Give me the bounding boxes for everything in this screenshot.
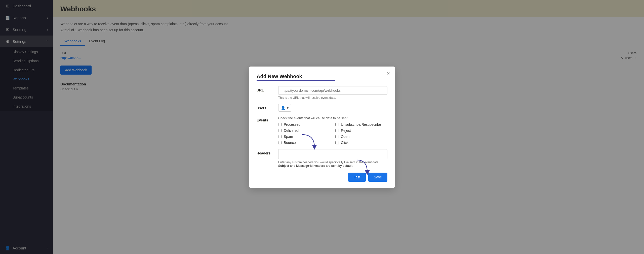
headers-field-label: Headers xyxy=(257,149,274,155)
headers-field-content: Enter any custom headers you would speci… xyxy=(278,149,387,168)
chevron-down-icon: ▾ xyxy=(287,106,289,110)
headers-hint-text: Enter any custom headers you would speci… xyxy=(278,161,379,164)
events-hint: Check the events that will cause data to… xyxy=(278,116,387,120)
event-spam-label: Spam xyxy=(284,135,293,139)
event-delivered-label: Delivered xyxy=(284,129,299,133)
checkbox-processed[interactable] xyxy=(278,123,282,126)
save-button[interactable]: Save xyxy=(368,173,387,182)
url-hint: This is the URL that will receive event … xyxy=(278,96,387,100)
headers-form-row: Headers Enter any custom headers you wou… xyxy=(257,149,387,168)
events-field-label: Events xyxy=(257,116,274,122)
checkbox-bounce[interactable] xyxy=(278,141,282,144)
users-field-content: 👤 ▾ xyxy=(278,104,387,112)
event-reject-label: Reject xyxy=(341,129,351,133)
url-form-row: URL This is the URL that will receive ev… xyxy=(257,86,387,100)
headers-input[interactable] xyxy=(278,149,387,159)
checkbox-reject[interactable] xyxy=(335,129,339,132)
events-field-content: Check the events that will cause data to… xyxy=(278,116,387,145)
modal-overlay: Add New Webhook × URL This is the URL th… xyxy=(0,0,644,254)
modal-footer: Test Save xyxy=(257,173,387,182)
event-unsubscribe[interactable]: Unsubscribe/Resubscribe xyxy=(335,122,387,126)
event-click[interactable]: Click xyxy=(335,141,387,145)
event-open-label: Open xyxy=(341,135,349,139)
checkbox-unsubscribe[interactable] xyxy=(335,123,339,126)
event-bounce[interactable]: Bounce xyxy=(278,141,330,145)
checkbox-spam[interactable] xyxy=(278,135,282,138)
url-field-label: URL xyxy=(257,86,274,92)
headers-bold-hint: Subject and Message-Id headers are sent … xyxy=(278,164,353,168)
event-click-label: Click xyxy=(341,141,348,145)
event-reject[interactable]: Reject xyxy=(335,129,387,133)
event-bounce-label: Bounce xyxy=(284,141,296,145)
event-open[interactable]: Open xyxy=(335,135,387,139)
url-input[interactable] xyxy=(278,86,387,95)
event-unsubscribe-label: Unsubscribe/Resubscribe xyxy=(341,122,381,126)
users-dropdown[interactable]: 👤 ▾ xyxy=(278,104,291,112)
event-processed[interactable]: Processed xyxy=(278,122,330,126)
users-field-label: Users xyxy=(257,104,274,110)
modal-footer-container: Test Save xyxy=(257,173,387,182)
users-form-row: Users 👤 ▾ xyxy=(257,104,387,112)
modal-title: Add New Webhook xyxy=(257,74,387,79)
add-webhook-modal: Add New Webhook × URL This is the URL th… xyxy=(249,67,395,188)
event-delivered[interactable]: Delivered xyxy=(278,129,330,133)
modal-title-underline xyxy=(257,80,387,81)
checkbox-delivered[interactable] xyxy=(278,129,282,132)
checkbox-open[interactable] xyxy=(335,135,339,138)
test-button[interactable]: Test xyxy=(348,173,366,182)
event-spam[interactable]: Spam xyxy=(278,135,330,139)
events-grid: Processed Unsubscribe/Resubscribe Delive… xyxy=(278,122,387,145)
events-form-row: Events Check the events that will cause … xyxy=(257,116,387,145)
url-field-content: This is the URL that will receive event … xyxy=(278,86,387,100)
headers-hint: Enter any custom headers you would speci… xyxy=(278,161,387,168)
checkbox-click[interactable] xyxy=(335,141,339,144)
modal-close-button[interactable]: × xyxy=(387,71,390,76)
user-icon: 👤 xyxy=(281,106,285,110)
event-processed-label: Processed xyxy=(284,122,300,126)
